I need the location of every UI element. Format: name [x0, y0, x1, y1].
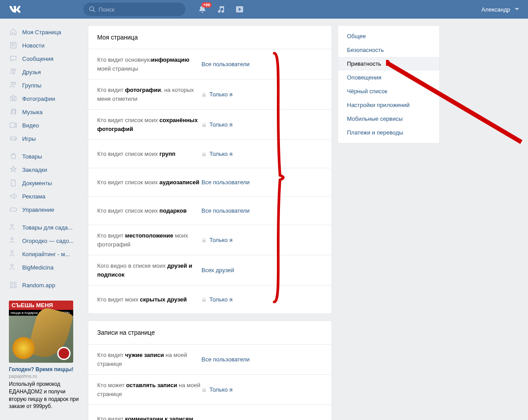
nav-icon — [9, 236, 18, 245]
lock-icon — [201, 151, 207, 157]
setting-value[interactable]: Только я — [201, 296, 232, 303]
nav-item[interactable]: Музыка — [9, 105, 82, 119]
nav-label: Фотографии — [22, 95, 55, 102]
nav-item[interactable]: Сообщения — [9, 52, 82, 65]
setting-label: Кто видит местоположение моих фотографий — [97, 231, 201, 249]
setting-row: Кто видит список моих группТолько я — [88, 139, 331, 168]
nav-label: Товары для сада... — [22, 224, 73, 231]
nav-item[interactable]: Копирайтинг - м... — [9, 247, 82, 261]
nav-item[interactable]: Моя Страница — [9, 25, 82, 39]
settings-tab[interactable]: Платежи и переводы — [338, 126, 439, 139]
nav-label: Сообщения — [22, 55, 54, 62]
settings-tab[interactable]: Приватность — [338, 57, 439, 71]
setting-value[interactable]: Всех друзей — [201, 267, 234, 273]
right-nav: ОбщееБезопасностьПриватностьОповещенияЧё… — [338, 25, 440, 420]
top-icons: +99 — [198, 5, 244, 14]
nav-item[interactable]: Фотографии — [9, 92, 82, 105]
setting-label: Кто видит комментарии к записям — [97, 415, 201, 420]
setting-value[interactable]: Все пользователи — [201, 179, 250, 186]
nav-item[interactable]: Закладки — [9, 163, 82, 176]
lock-icon — [201, 387, 207, 392]
setting-value[interactable]: Все пользователи — [201, 61, 250, 67]
setting-row: Кто видит моих скрытых друзейТолько я — [88, 285, 331, 313]
search-icon — [89, 6, 96, 13]
nav-item[interactable]: Управление — [9, 203, 82, 216]
nav-label: Друзья — [22, 69, 41, 75]
nav-item[interactable]: Группы — [9, 79, 82, 92]
nav-item[interactable]: Товары для сада... — [9, 221, 82, 234]
nav-item[interactable]: Огородко — садо... — [9, 234, 82, 247]
nav-icon — [9, 94, 18, 103]
nav-item[interactable]: Игры — [9, 132, 82, 145]
setting-label: Кто видит моих скрытых друзей — [97, 295, 201, 304]
setting-row: Кто видит список моих аудиозаписейВсе по… — [88, 168, 331, 196]
nav-icon — [9, 28, 18, 36]
nav-icon — [9, 205, 18, 214]
user-menu[interactable]: Александр — [481, 6, 519, 13]
ad-banner: СЪЕШЬ МЕНЯ — [9, 301, 73, 310]
nav-icon — [9, 281, 18, 289]
nav-icon — [9, 67, 18, 76]
settings-tab[interactable]: Мобильные сервисы — [338, 112, 439, 126]
ad-title[interactable]: Голоден? Время пиццы! — [9, 366, 82, 372]
nav-icon — [9, 107, 18, 116]
setting-row: Кто видит местоположение моих фотографий… — [88, 225, 331, 255]
nav-label: Товары — [22, 153, 42, 160]
vk-logo[interactable] — [9, 3, 21, 16]
nav-label: Реклама — [22, 193, 45, 200]
settings-tab[interactable]: Общее — [338, 29, 439, 43]
nav-icon — [9, 121, 18, 130]
nav-item[interactable]: Видео — [9, 119, 82, 132]
section-title: Моя страница — [88, 26, 331, 49]
username: Александр — [481, 6, 510, 13]
lock-icon — [201, 238, 207, 243]
setting-row: Кто видит основнуюинформацию моей страни… — [88, 49, 331, 79]
nav-icon — [9, 178, 18, 187]
setting-row: Кто видит список моих сохранённых фотогр… — [88, 109, 331, 139]
nav-label: Управление — [22, 206, 54, 213]
nav-item[interactable]: Новости — [9, 39, 82, 52]
setting-value[interactable]: Только я — [201, 121, 232, 128]
nav-item[interactable]: BigMedicina — [9, 261, 82, 274]
nav-label: Огородко — садо... — [22, 238, 74, 244]
setting-value[interactable]: Только я — [201, 237, 232, 243]
setting-label: Кто видит фотографии, на которых меня от… — [97, 86, 201, 103]
setting-value[interactable]: Все пользователи — [201, 207, 250, 214]
setting-label: Кто видит чужие записи на моей странице — [97, 351, 201, 368]
search-container — [83, 3, 185, 16]
setting-label: Кто может оставлять записи на моей стран… — [97, 381, 201, 398]
nav-icon — [9, 152, 18, 161]
setting-value[interactable]: Только я — [201, 386, 232, 393]
music-icon[interactable] — [217, 5, 225, 14]
ad-block[interactable]: СЪЕШЬ МЕНЯ пицца в подарок при заказе от… — [9, 301, 82, 410]
notifications-badge: +99 — [201, 2, 212, 8]
nav-label: Закладки — [22, 166, 47, 173]
setting-row: Кто может оставлять записи на моей стран… — [88, 374, 331, 404]
nav-icon — [9, 41, 18, 50]
setting-label: Кто видит список моих групп — [97, 150, 201, 158]
svg-line-1 — [93, 10, 95, 12]
setting-value[interactable]: Только я — [201, 91, 232, 98]
setting-value[interactable]: Только я — [201, 151, 232, 157]
chevron-down-icon — [515, 8, 519, 11]
settings-tab[interactable]: Оповещения — [338, 71, 439, 84]
setting-row: Кого видно в списке моих друзей и подпис… — [88, 255, 331, 285]
nav-item[interactable]: Реклама — [9, 190, 82, 203]
settings-tab[interactable]: Чёрный список — [338, 84, 439, 98]
notifications-icon[interactable]: +99 — [198, 5, 207, 14]
nav-icon — [9, 223, 18, 232]
settings-tab[interactable]: Безопасность — [338, 43, 439, 57]
nav-item[interactable]: Товары — [9, 150, 82, 163]
nav-label: Группы — [22, 82, 41, 89]
setting-value[interactable]: Все пользователи — [201, 356, 250, 363]
nav-label: Копирайтинг - м... — [22, 251, 70, 258]
ad-text: Используй промокод ЕДАНАДОМ2 и получи вт… — [9, 380, 82, 410]
nav-icon — [9, 134, 18, 143]
nav-item[interactable]: Random.app — [9, 278, 82, 292]
settings-tab[interactable]: Настройки приложений — [338, 98, 439, 112]
nav-item[interactable]: Документы — [9, 176, 82, 190]
nav-icon — [9, 263, 18, 272]
search-input[interactable] — [83, 3, 185, 16]
nav-item[interactable]: Друзья — [9, 65, 82, 79]
video-play-icon[interactable] — [235, 5, 244, 14]
